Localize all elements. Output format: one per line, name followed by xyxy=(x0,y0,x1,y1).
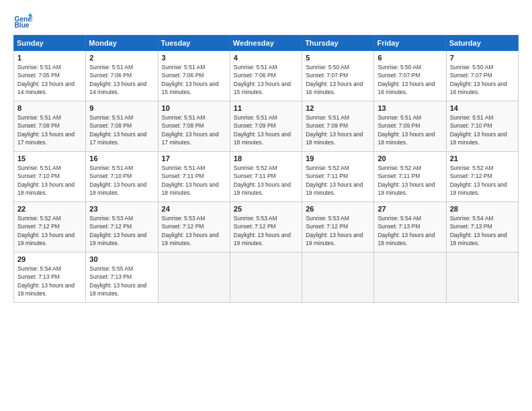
day-number: 22 xyxy=(17,205,82,213)
day-info: Sunrise: 5:52 AMSunset: 7:12 PMDaylight:… xyxy=(17,214,82,247)
day-number: 23 xyxy=(89,205,154,213)
calendar-cell: 20Sunrise: 5:52 AMSunset: 7:11 PMDayligh… xyxy=(374,152,446,202)
calendar-week-row: 8Sunrise: 5:51 AMSunset: 7:08 PMDaylight… xyxy=(14,101,519,152)
day-number: 5 xyxy=(306,54,370,62)
calendar-cell: 17Sunrise: 5:51 AMSunset: 7:11 PMDayligh… xyxy=(158,152,230,202)
calendar-cell xyxy=(158,253,230,303)
calendar-cell: 4Sunrise: 5:51 AMSunset: 7:06 PMDaylight… xyxy=(230,51,302,101)
day-info: Sunrise: 5:52 AMSunset: 7:11 PMDaylight:… xyxy=(378,164,442,197)
calendar-cell: 29Sunrise: 5:54 AMSunset: 7:13 PMDayligh… xyxy=(14,253,86,303)
day-number: 4 xyxy=(234,54,298,62)
calendar-cell: 24Sunrise: 5:53 AMSunset: 7:12 PMDayligh… xyxy=(158,202,230,253)
day-number: 27 xyxy=(378,205,442,213)
day-number: 12 xyxy=(306,104,370,112)
calendar-cell: 14Sunrise: 5:51 AMSunset: 7:10 PMDayligh… xyxy=(446,101,518,152)
calendar-header-sunday: Sunday xyxy=(14,36,86,51)
day-number: 28 xyxy=(450,205,515,213)
calendar-header-friday: Friday xyxy=(374,36,446,51)
calendar-header-wednesday: Wednesday xyxy=(230,36,302,51)
day-info: Sunrise: 5:51 AMSunset: 7:11 PMDaylight:… xyxy=(162,164,226,197)
day-number: 10 xyxy=(162,104,226,112)
calendar-cell: 11Sunrise: 5:51 AMSunset: 7:09 PMDayligh… xyxy=(230,101,302,152)
calendar-cell: 16Sunrise: 5:51 AMSunset: 7:10 PMDayligh… xyxy=(86,152,158,202)
day-number: 16 xyxy=(89,154,154,163)
day-number: 19 xyxy=(306,154,370,163)
calendar-cell xyxy=(446,253,518,303)
day-number: 15 xyxy=(17,154,82,163)
calendar-cell: 30Sunrise: 5:55 AMSunset: 7:13 PMDayligh… xyxy=(86,253,158,303)
calendar-cell: 13Sunrise: 5:51 AMSunset: 7:09 PMDayligh… xyxy=(374,101,446,152)
calendar-cell: 18Sunrise: 5:52 AMSunset: 7:11 PMDayligh… xyxy=(230,152,302,202)
day-info: Sunrise: 5:51 AMSunset: 7:08 PMDaylight:… xyxy=(89,113,154,146)
calendar-cell: 12Sunrise: 5:51 AMSunset: 7:09 PMDayligh… xyxy=(302,101,374,152)
day-info: Sunrise: 5:54 AMSunset: 7:13 PMDaylight:… xyxy=(450,214,515,247)
calendar-cell: 15Sunrise: 5:51 AMSunset: 7:10 PMDayligh… xyxy=(14,152,86,202)
calendar-week-row: 1Sunrise: 5:51 AMSunset: 7:05 PMDaylight… xyxy=(14,51,519,101)
day-info: Sunrise: 5:54 AMSunset: 7:13 PMDaylight:… xyxy=(17,265,82,298)
calendar-cell: 23Sunrise: 5:53 AMSunset: 7:12 PMDayligh… xyxy=(86,202,158,253)
calendar-cell: 2Sunrise: 5:51 AMSunset: 7:06 PMDaylight… xyxy=(86,51,158,101)
calendar-cell: 1Sunrise: 5:51 AMSunset: 7:05 PMDaylight… xyxy=(14,51,86,101)
day-info: Sunrise: 5:53 AMSunset: 7:12 PMDaylight:… xyxy=(306,214,370,247)
day-number: 8 xyxy=(17,104,82,112)
day-number: 30 xyxy=(89,255,154,263)
calendar-cell xyxy=(374,253,446,303)
header: General Blue xyxy=(13,12,519,31)
day-number: 11 xyxy=(234,104,298,112)
day-info: Sunrise: 5:51 AMSunset: 7:05 PMDaylight:… xyxy=(17,63,82,96)
calendar-cell: 3Sunrise: 5:51 AMSunset: 7:06 PMDaylight… xyxy=(158,51,230,101)
day-info: Sunrise: 5:53 AMSunset: 7:12 PMDaylight:… xyxy=(234,214,298,247)
day-number: 21 xyxy=(450,154,515,163)
day-number: 13 xyxy=(378,104,442,112)
day-info: Sunrise: 5:52 AMSunset: 7:12 PMDaylight:… xyxy=(450,164,515,197)
day-info: Sunrise: 5:54 AMSunset: 7:13 PMDaylight:… xyxy=(378,214,442,247)
page: General Blue SundayMondayTuesdayWednesda… xyxy=(0,0,532,411)
calendar-cell: 8Sunrise: 5:51 AMSunset: 7:08 PMDaylight… xyxy=(14,101,86,152)
day-info: Sunrise: 5:51 AMSunset: 7:10 PMDaylight:… xyxy=(17,164,82,197)
day-number: 9 xyxy=(89,104,154,112)
day-info: Sunrise: 5:52 AMSunset: 7:11 PMDaylight:… xyxy=(234,164,298,197)
calendar-header-thursday: Thursday xyxy=(302,36,374,51)
calendar-week-row: 15Sunrise: 5:51 AMSunset: 7:10 PMDayligh… xyxy=(14,152,519,202)
day-info: Sunrise: 5:53 AMSunset: 7:12 PMDaylight:… xyxy=(162,214,226,247)
day-info: Sunrise: 5:51 AMSunset: 7:09 PMDaylight:… xyxy=(378,113,442,146)
logo: General Blue xyxy=(13,12,35,31)
day-info: Sunrise: 5:51 AMSunset: 7:10 PMDaylight:… xyxy=(89,164,154,197)
day-number: 26 xyxy=(306,205,370,213)
day-info: Sunrise: 5:53 AMSunset: 7:12 PMDaylight:… xyxy=(89,214,154,247)
day-info: Sunrise: 5:51 AMSunset: 7:08 PMDaylight:… xyxy=(17,113,82,146)
day-number: 3 xyxy=(162,54,226,62)
calendar-cell: 22Sunrise: 5:52 AMSunset: 7:12 PMDayligh… xyxy=(14,202,86,253)
day-number: 17 xyxy=(162,154,226,163)
day-info: Sunrise: 5:51 AMSunset: 7:06 PMDaylight:… xyxy=(89,63,154,96)
calendar-week-row: 22Sunrise: 5:52 AMSunset: 7:12 PMDayligh… xyxy=(14,202,519,253)
day-info: Sunrise: 5:50 AMSunset: 7:07 PMDaylight:… xyxy=(378,63,442,96)
calendar-table: SundayMondayTuesdayWednesdayThursdayFrid… xyxy=(13,35,519,303)
day-number: 2 xyxy=(89,54,154,62)
day-number: 6 xyxy=(378,54,442,62)
calendar-cell: 21Sunrise: 5:52 AMSunset: 7:12 PMDayligh… xyxy=(446,152,518,202)
calendar-header-saturday: Saturday xyxy=(446,36,518,51)
svg-text:Blue: Blue xyxy=(15,21,30,29)
day-info: Sunrise: 5:50 AMSunset: 7:07 PMDaylight:… xyxy=(306,63,370,96)
calendar-cell: 5Sunrise: 5:50 AMSunset: 7:07 PMDaylight… xyxy=(302,51,374,101)
day-number: 29 xyxy=(17,255,82,263)
calendar-cell: 9Sunrise: 5:51 AMSunset: 7:08 PMDaylight… xyxy=(86,101,158,152)
day-info: Sunrise: 5:52 AMSunset: 7:11 PMDaylight:… xyxy=(306,164,370,197)
calendar-cell xyxy=(302,253,374,303)
calendar-cell: 27Sunrise: 5:54 AMSunset: 7:13 PMDayligh… xyxy=(374,202,446,253)
day-number: 1 xyxy=(17,54,82,62)
day-number: 25 xyxy=(234,205,298,213)
calendar-cell: 7Sunrise: 5:50 AMSunset: 7:07 PMDaylight… xyxy=(446,51,518,101)
day-info: Sunrise: 5:55 AMSunset: 7:13 PMDaylight:… xyxy=(89,265,154,298)
calendar-cell: 26Sunrise: 5:53 AMSunset: 7:12 PMDayligh… xyxy=(302,202,374,253)
day-info: Sunrise: 5:51 AMSunset: 7:08 PMDaylight:… xyxy=(162,113,226,146)
day-number: 7 xyxy=(450,54,515,62)
calendar-header-monday: Monday xyxy=(86,36,158,51)
day-info: Sunrise: 5:51 AMSunset: 7:09 PMDaylight:… xyxy=(234,113,298,146)
calendar-cell: 28Sunrise: 5:54 AMSunset: 7:13 PMDayligh… xyxy=(446,202,518,253)
calendar-header-tuesday: Tuesday xyxy=(158,36,230,51)
calendar-cell: 19Sunrise: 5:52 AMSunset: 7:11 PMDayligh… xyxy=(302,152,374,202)
logo-icon: General Blue xyxy=(13,12,32,31)
day-info: Sunrise: 5:51 AMSunset: 7:10 PMDaylight:… xyxy=(450,113,515,146)
